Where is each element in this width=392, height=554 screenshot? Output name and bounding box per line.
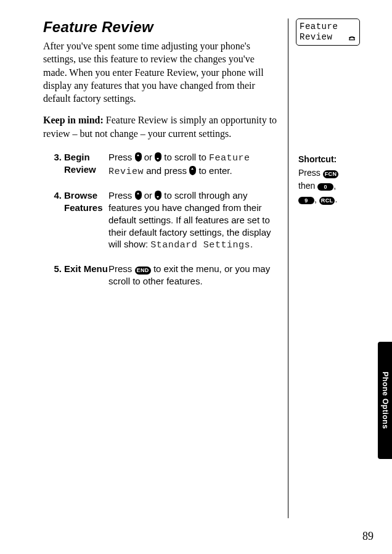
step-4-number: 4. <box>43 189 64 202</box>
step-4-row: 4. Browse Features Press or to scroll th… <box>43 189 288 252</box>
fcn-key-icon: FCN <box>323 170 339 178</box>
step-3-number: 3. <box>43 151 64 163</box>
text: Press <box>108 263 135 274</box>
up-arrow-key-icon <box>189 166 196 175</box>
text: to enter. <box>196 165 232 176</box>
rcl-key-icon: RCL <box>319 197 335 205</box>
shortcut-title: Shortcut: <box>298 153 366 167</box>
step-5-body: Press END to exit the menu, or you may s… <box>108 263 288 287</box>
step-5-number: 5. <box>43 263 64 275</box>
shortcut-block: Shortcut: Press FCN then 0, 9, RCL. <box>298 153 366 207</box>
shortcut-line-1: Press FCN <box>298 167 366 180</box>
lcd-display-box: Feature Review <box>296 19 360 46</box>
step-3-body: Press or to scroll to Feature Review and… <box>108 151 288 178</box>
text: Press <box>108 152 135 162</box>
text: . <box>335 194 337 204</box>
text: and press <box>144 165 189 176</box>
shortcut-line-2: then 0, <box>298 180 366 193</box>
text: , <box>314 194 319 204</box>
text: , <box>333 181 336 191</box>
shortcut-line-3: 9, RCL. <box>298 193 366 207</box>
section-side-tab-label: Phone Options <box>381 371 390 429</box>
text: or <box>142 152 155 162</box>
step-4-label: Browse Features <box>64 189 108 214</box>
down-arrow-key-icon <box>155 191 161 200</box>
lcd-line-2: Review <box>300 32 332 43</box>
intro-paragraph: After you've spent some time adjusting y… <box>43 39 280 105</box>
text: or <box>142 190 155 201</box>
lcd-line-1: Feature <box>300 22 356 32</box>
zero-key-icon: 0 <box>317 183 333 191</box>
step-3-label: Begin Review <box>64 151 108 176</box>
text: to scroll to <box>161 152 209 162</box>
page-number: 89 <box>362 530 374 543</box>
section-side-tab: Phone Options <box>378 342 392 459</box>
keep-in-mind-lead: Keep in mind: <box>43 115 104 125</box>
keep-in-mind-paragraph: Keep in mind: Feature Review is simply a… <box>43 114 280 140</box>
step-4-body: Press or to scroll through any features … <box>108 189 288 252</box>
text: Press <box>108 190 135 201</box>
up-arrow-key-icon <box>135 152 142 162</box>
up-arrow-key-icon <box>135 191 142 200</box>
text: then <box>298 181 317 191</box>
down-arrow-key-icon <box>155 152 161 162</box>
text: Press <box>298 168 323 178</box>
step-3-row: 3. Begin Review Press or to scroll to Fe… <box>43 151 288 178</box>
end-key-icon: END <box>135 267 151 275</box>
phone-in-use-icon <box>348 34 356 43</box>
step-5-label: Exit Menu <box>64 263 108 275</box>
text: . <box>250 239 253 249</box>
nine-key-icon: 9 <box>298 197 314 204</box>
step-5-row: 5. Exit Menu Press END to exit the menu,… <box>43 263 288 287</box>
lcd-text: Standard Settings <box>150 240 250 250</box>
page-title: Feature Review <box>43 19 288 36</box>
